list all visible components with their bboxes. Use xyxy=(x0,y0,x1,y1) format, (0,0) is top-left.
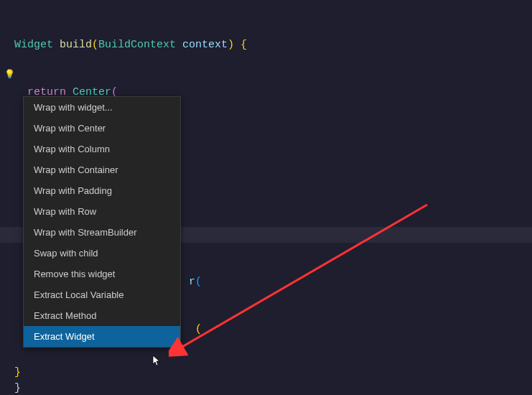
menu-item-swap-child[interactable]: Swap with child xyxy=(24,243,180,264)
code-line: } xyxy=(14,366,21,378)
refactor-context-menu: Wrap with widget... Wrap with Center Wra… xyxy=(23,96,181,348)
menu-item-extract-local-variable[interactable]: Extract Local Variable xyxy=(24,284,180,305)
menu-item-extract-method[interactable]: Extract Method xyxy=(24,305,180,326)
menu-item-wrap-widget[interactable]: Wrap with widget... xyxy=(24,97,180,118)
code-line xyxy=(0,369,532,385)
code-line: } xyxy=(14,382,21,394)
menu-item-wrap-streambuilder[interactable]: Wrap with StreamBuilder xyxy=(24,222,180,243)
menu-item-wrap-padding[interactable]: Wrap with Padding xyxy=(24,180,180,201)
code-line: Widget build(BuildContext context) { xyxy=(0,37,532,53)
menu-item-wrap-column[interactable]: Wrap with Column xyxy=(24,139,180,159)
menu-item-wrap-row[interactable]: Wrap with Row xyxy=(24,201,180,222)
menu-item-extract-widget[interactable]: Extract Widget xyxy=(24,326,180,347)
menu-item-wrap-center[interactable]: Wrap with Center xyxy=(24,118,180,139)
menu-item-remove-widget[interactable]: Remove this widget xyxy=(24,264,180,284)
lightbulb-icon[interactable]: 💡 xyxy=(4,69,14,79)
menu-item-wrap-container[interactable]: Wrap with Container xyxy=(24,159,180,180)
